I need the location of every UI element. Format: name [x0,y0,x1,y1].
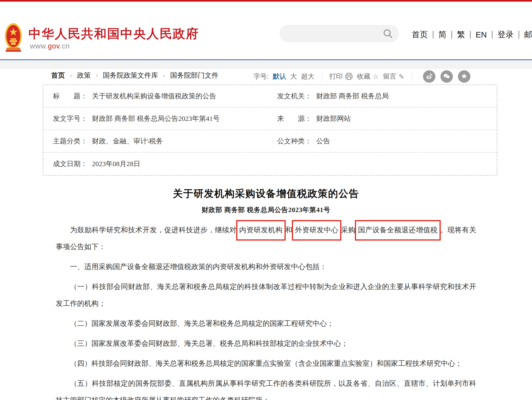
meta-label-title: 标 题： [53,92,87,101]
body-paragraph-2: （一）科技部会同财政部、海关总署和税务总局核定的科技体制改革过程中转制为企业和进… [56,278,476,312]
meta-value-issuing-agency: 财政部 商务部 税务总局 [316,92,389,101]
intro-text: 为鼓励科学研究和技术开发，促进科技进步，继续对 [70,226,237,234]
breadcrumb-item-home[interactable]: 首页 [51,71,65,80]
meta-label-source: 来 源： [277,114,312,123]
toolbar-separator [322,72,322,81]
comment-label: 留言 [383,72,396,81]
intro-paragraph: 为鼓励科学研究和技术开发，促进科技进步，继续对内资研发机构和外资研发中心采购国产… [56,222,476,255]
pencil-icon: ✎ [399,73,404,81]
document-toolbar: 字号: 默认 大 超大 打印 收藏 ☆ 留言 ✎ [253,70,470,83]
search-icon[interactable] [382,28,393,39]
nav-item-traditional[interactable]: 繁 [452,29,470,40]
breadcrumb: 首页 › 政策 › 国务院政策文件库 › 国务院部门文件 [51,71,219,80]
meta-value-date: 2023年08月28日 [92,159,140,169]
favorite-button[interactable]: 收藏 ☆ [357,72,379,81]
meta-row-category: 主题分类： 财政、金融、审计\税务 公文种类： 公告 [43,130,497,153]
site-url-gov: gov [48,42,60,50]
print-label: 打印 [329,72,343,81]
highlight-foreign-rd-centers: 外资研发中心 [292,220,341,240]
nav-item-login[interactable]: 登录 [493,29,519,40]
search-input[interactable] [286,25,383,42]
body-paragraph-6: （五）科技部核定的国务院部委、直属机构所属从事科学研究工作的各类科研院所，以及各… [56,375,476,400]
top-red-bar [0,0,532,2]
meta-row-title: 标 题： 关于研发机构采购设备增值税政策的公告 发文机关： 财政部 商务部 税务… [43,85,497,108]
site-title: 中华人民共和国中央人民政府 [29,25,199,42]
meta-value-category: 财政、金融、审计\税务 [92,136,163,146]
meta-value-title: 关于研发机构采购设备增值税政策的公告 [92,92,216,101]
breadcrumb-item-policy[interactable]: 政策 [77,71,91,80]
intro-text: 和 [285,226,292,234]
nav-item-mail[interactable]: 邮箱 [519,29,532,40]
meta-row-date: 成文日期： 2023年08月28日 [43,153,497,175]
qzone-icon[interactable] [458,70,470,83]
comment-button[interactable]: 留言 ✎ [383,72,404,81]
meta-label-date: 成文日期： [53,159,87,169]
header-divider-band [0,60,532,69]
font-size-label: 字号: [253,72,269,81]
share-icons-group [423,70,470,83]
site-url-post: .cn [60,42,70,50]
wechat-icon[interactable] [440,70,453,83]
meta-label-doc-type: 公文种类： [277,136,312,146]
body-paragraph-5: （四）科技部会同财政部、海关总署和税务总局核定的国家重点实验室（含企业国家重点实… [56,355,476,372]
document-subtitle: 财政部 商务部 税务总局公告2023年第41号 [0,205,532,215]
document-meta-table: 标 题： 关于研发机构采购设备增值税政策的公告 发文机关： 财政部 商务部 税务… [43,85,497,176]
chevron-right-icon: › [70,72,72,79]
font-size-xlarge-button[interactable]: 超大 [301,72,314,81]
search-box [279,25,399,42]
toolbar-separator [412,72,412,81]
font-size-default-button[interactable]: 默认 [273,72,286,81]
national-emblem-icon [5,23,22,55]
highlight-domestic-rd-institutions: 内资研发机构 [236,220,286,240]
document-body: 为鼓励科学研究和技术开发，促进科技进步，继续对内资研发机构和外资研发中心采购国产… [56,222,476,400]
font-size-large-button[interactable]: 大 [290,72,297,81]
breadcrumb-item-policy-library[interactable]: 国务院政策文件库 [103,71,158,80]
intro-text: 采购 [341,226,355,234]
breadcrumb-item-department-docs[interactable]: 国务院部门文件 [170,71,219,80]
body-paragraph-1: 一、适用采购国产设备全额退还增值税政策的内资研发机构和外资研发中心包括： [56,258,476,275]
body-paragraph-4: （三）国家发展改革委会同财政部、海关总署、税务总局和科技部核定的企业技术中心； [56,335,476,352]
article: 关于研发机构采购设备增值税政策的公告 财政部 商务部 税务总局公告2023年第4… [0,184,532,400]
highlight-vat-refund: 国产设备全额退还增值税 [355,220,440,240]
meta-label-doc-number: 发文字号： [53,114,87,123]
meta-row-doc-number: 发文字号： 财政部 商务部 税务总局公告2023年第41号 来 源： 财政部网站 [43,108,497,130]
meta-value-doc-number: 财政部 商务部 税务总局公告2023年第41号 [92,114,220,123]
meta-value-doc-type: 公告 [316,136,330,146]
breadcrumb-toolbar-row: 首页 › 政策 › 国务院政策文件库 › 国务院部门文件 字号: 默认 大 超大… [0,68,532,82]
nav-item-simplified[interactable]: 简 [433,29,451,40]
body-paragraph-3: （二）国家发展改革委会同财政部、海关总署和税务总局核定的国家工程研究中心； [56,315,476,332]
print-button[interactable]: 打印 [329,72,353,81]
document-title: 关于研发机构采购设备增值税政策的公告 [0,187,532,200]
site-url-pre: www. [30,42,48,50]
nav-item-english[interactable]: EN [471,30,492,39]
site-header: 中华人民共和国中央人民政府 www.gov.cn 首页 简 繁 EN 登录 邮箱 [0,2,532,59]
star-icon: ☆ [373,73,379,81]
meta-label-issuing-agency: 发文机关： [277,92,312,101]
meta-value-source: 财政部网站 [316,114,351,123]
site-url: www.gov.cn [30,42,70,50]
printer-icon [345,73,353,80]
chevron-right-icon: › [96,72,98,79]
chevron-right-icon: › [163,72,165,79]
favorite-label: 收藏 [357,72,370,81]
top-nav: 首页 简 繁 EN 登录 邮箱 [407,29,532,40]
meta-label-category: 主题分类： [53,136,87,146]
nav-item-home[interactable]: 首页 [407,29,433,40]
weibo-icon[interactable] [423,70,435,83]
